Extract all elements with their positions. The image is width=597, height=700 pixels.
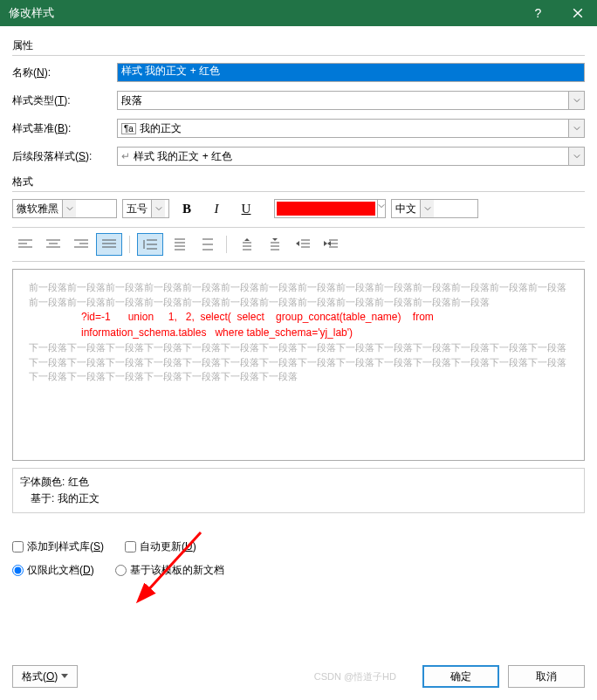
dialog-title: 修改样式 <box>9 5 518 21</box>
chevron-down-icon[interactable] <box>568 148 584 165</box>
space-before-dec-button[interactable] <box>262 233 288 256</box>
chevron-down-icon[interactable] <box>62 200 76 217</box>
chevron-down-icon[interactable] <box>377 200 385 217</box>
format-section-label: 格式 <box>12 175 585 189</box>
align-left-button[interactable] <box>12 233 38 256</box>
desc-line-1: 字体颜色: 红色 <box>20 474 577 491</box>
titlebar: 修改样式 ? <box>0 0 597 26</box>
add-to-style-lib-checkbox[interactable]: 添加到样式库(S) <box>12 539 104 554</box>
preview-before-text: 前一段落前一段落前一段落前一段落前一段落前一段落前一段落前一段落前一段落前一段落… <box>29 280 568 309</box>
name-label: 名称(N): <box>12 65 117 80</box>
indent-inc-button[interactable] <box>318 233 344 256</box>
space-before-inc-button[interactable] <box>234 233 260 256</box>
font-size-combo[interactable]: 五号 <box>122 199 169 218</box>
next-style-combo[interactable]: ↵样式 我的正文 + 红色 <box>117 147 585 166</box>
auto-update-checkbox[interactable]: 自动更新(U) <box>125 539 196 554</box>
description-box: 字体颜色: 红色 基于: 我的正文 <box>12 468 585 513</box>
format-menu-button[interactable]: 格式(O) <box>12 665 78 688</box>
paragraph-toolbar <box>12 227 585 262</box>
chevron-down-icon[interactable] <box>151 200 165 217</box>
close-button[interactable] <box>558 0 597 26</box>
cancel-button[interactable]: 取消 <box>508 665 585 688</box>
line-spacing-15-button[interactable] <box>165 233 191 256</box>
return-icon: ↵ <box>121 150 130 162</box>
help-button[interactable]: ? <box>518 0 558 26</box>
language-combo[interactable]: 中文 <box>391 199 478 218</box>
properties-section-label: 属性 <box>12 38 585 53</box>
style-type-label: 样式类型(T): <box>12 93 117 108</box>
preview-after-text: 下一段落下一段落下一段落下一段落下一段落下一段落下一段落下一段落下一段落下一段落… <box>29 340 568 384</box>
chevron-down-icon <box>61 674 68 679</box>
align-center-button[interactable] <box>40 233 66 256</box>
style-base-combo[interactable]: ¶a我的正文 <box>117 119 585 138</box>
paragraph-icon: ¶a <box>121 123 136 134</box>
underline-button[interactable]: U <box>234 199 258 218</box>
bold-button[interactable]: B <box>175 199 199 218</box>
name-input[interactable]: 样式 我的正文 + 红色 <box>117 63 585 82</box>
preview-box: 前一段落前一段落前一段落前一段落前一段落前一段落前一段落前一段落前一段落前一段落… <box>12 269 585 461</box>
font-color-combo[interactable] <box>274 199 386 218</box>
chevron-down-icon[interactable] <box>420 200 434 217</box>
line-spacing-1-button[interactable] <box>137 233 163 256</box>
italic-button[interactable]: I <box>204 199 229 218</box>
style-base-label: 样式基准(B): <box>12 121 117 136</box>
ok-button[interactable]: 确定 <box>422 665 499 688</box>
preview-red-text: ?id=-1 union 1, 2, select( select group_… <box>29 309 568 340</box>
font-name-combo[interactable]: 微软雅黑 <box>12 199 117 218</box>
watermark: CSDN @悟道子HD <box>314 670 396 683</box>
desc-line-2: 基于: 我的正文 <box>20 491 577 507</box>
template-new-doc-radio[interactable]: 基于该模板的新文档 <box>115 563 224 578</box>
next-style-label: 后续段落样式(S): <box>12 149 117 164</box>
style-type-combo[interactable]: 段落 <box>117 91 585 110</box>
color-swatch <box>277 202 375 216</box>
chevron-down-icon[interactable] <box>568 120 584 137</box>
align-justify-button[interactable] <box>96 233 122 256</box>
align-right-button[interactable] <box>68 233 94 256</box>
indent-dec-button[interactable] <box>290 233 316 256</box>
line-spacing-2-button[interactable] <box>193 233 219 256</box>
only-this-doc-radio[interactable]: 仅限此文档(D) <box>12 563 94 578</box>
chevron-down-icon[interactable] <box>568 92 584 109</box>
